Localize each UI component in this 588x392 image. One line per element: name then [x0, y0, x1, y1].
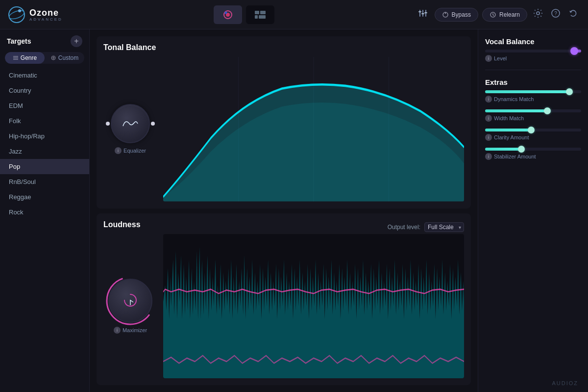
output-level-select-wrap: Full Scale -14 LUFS -16 LUFS -23 LUFS: [424, 222, 464, 232]
top-center: [78, 5, 410, 24]
genre-list: Cinematic Country EDM Folk Hip-hop/Rap J…: [0, 68, 89, 386]
slider-width-match: i Width Match: [485, 109, 581, 122]
tonal-knob-area: i Equalizer: [103, 57, 157, 202]
extras-section: Extras i Dynamics Match: [485, 78, 581, 167]
app-subtitle: ADVANCED: [29, 17, 63, 22]
tonal-balance-panel: Tonal Balance i Equalizer: [97, 36, 471, 209]
maximizer-label: i Maximizer: [114, 327, 147, 334]
loudness-title: Loudness: [103, 220, 141, 229]
genre-item-rock[interactable]: Rock: [0, 205, 89, 220]
output-level-select[interactable]: Full Scale -14 LUFS -16 LUFS -23 LUFS: [424, 222, 464, 232]
width-info-icon[interactable]: i: [485, 115, 492, 122]
extras-title: Extras: [485, 78, 581, 86]
maximizer-info-icon[interactable]: i: [114, 327, 121, 334]
svg-point-2: [18, 9, 21, 12]
clarity-slider-wrap[interactable]: [485, 129, 581, 131]
svg-rect-8: [255, 15, 258, 19]
content-area: Tonal Balance i Equalizer: [90, 29, 478, 392]
bypass-label: Bypass: [452, 11, 471, 18]
dynamics-slider-wrap[interactable]: [485, 90, 581, 93]
settings-icon: [533, 8, 543, 18]
svg-point-19: [537, 12, 539, 15]
stabilizer-info-icon[interactable]: i: [485, 153, 492, 160]
svg-rect-15: [424, 12, 427, 13]
right-panel: Vocal Balance i Level Extras: [478, 29, 588, 392]
clarity-info-icon[interactable]: i: [485, 134, 492, 141]
genre-item-edm[interactable]: EDM: [0, 98, 89, 113]
tab-assistant[interactable]: [214, 5, 242, 24]
clarity-fill: [485, 129, 531, 131]
dynamics-track: [485, 90, 581, 93]
svg-rect-14: [421, 13, 424, 14]
genre-custom-tabs: Genre Custom: [5, 52, 84, 64]
loudness-body: i Maximizer: [103, 234, 464, 379]
output-level-area: Output level: Full Scale -14 LUFS -16 LU…: [388, 222, 464, 232]
tab-genre-label: Genre: [21, 54, 37, 61]
vb-level-label: i Level: [485, 55, 581, 62]
svg-point-1: [8, 8, 25, 20]
app-wrapper: Ozone ADVANCED: [0, 0, 588, 392]
svg-point-0: [9, 7, 24, 23]
loudness-chart: [163, 234, 464, 379]
tonal-balance-body: i Equalizer: [103, 57, 464, 202]
loudness-panel: Loudness Output level: Full Scale -14 LU…: [97, 213, 471, 386]
vocal-balance-section: Vocal Balance i Level: [485, 37, 581, 62]
tab-genre[interactable]: Genre: [5, 52, 45, 64]
stabilizer-fill: [485, 148, 521, 151]
genre-item-pop[interactable]: Pop: [0, 159, 89, 174]
settings-button[interactable]: [531, 6, 545, 23]
svg-text:?: ?: [554, 11, 557, 16]
dynamics-label: i Dynamics Match: [485, 96, 581, 103]
equalizer-label: i Equalizer: [115, 147, 146, 154]
tab-custom[interactable]: Custom: [45, 52, 84, 64]
vocal-balance-title: Vocal Balance: [485, 37, 581, 46]
footer-brand: AUDIOZ: [552, 378, 578, 387]
sidebar: Targets + Genre: [0, 29, 90, 392]
vb-info-icon[interactable]: i: [485, 55, 492, 62]
relearn-label: Relearn: [499, 11, 520, 18]
genre-item-rnbsoul[interactable]: RnB/Soul: [0, 174, 89, 189]
slider-stabilizer-amount: i Stabilizer Amount: [485, 148, 581, 160]
output-level-label: Output level:: [388, 224, 420, 231]
tab-custom-label: Custom: [58, 54, 78, 61]
clarity-label: i Clarity Amount: [485, 134, 581, 141]
undo-icon: [568, 8, 578, 18]
svg-point-31: [107, 277, 154, 324]
dynamics-thumb: [566, 88, 573, 95]
relearn-button[interactable]: Relearn: [482, 8, 527, 22]
logo-text-group: Ozone ADVANCED: [29, 8, 63, 22]
genre-icon: [13, 55, 19, 61]
targets-header: Targets +: [0, 35, 89, 52]
bypass-button[interactable]: Bypass: [435, 8, 478, 22]
knob-dot-left: [106, 122, 110, 126]
top-bar: Ozone ADVANCED: [0, 0, 588, 29]
stabilizer-slider-wrap[interactable]: [485, 148, 581, 151]
svg-point-5: [225, 11, 227, 14]
relearn-icon: [490, 11, 496, 18]
maximizer-arc: [104, 275, 156, 327]
width-track: [485, 109, 581, 112]
undo-button[interactable]: [566, 6, 580, 23]
genre-item-folk[interactable]: Folk: [0, 113, 89, 129]
svg-rect-6: [255, 11, 259, 14]
knob-dot-right: [151, 122, 155, 126]
genre-item-country[interactable]: Country: [0, 83, 89, 98]
equalizer-info-icon[interactable]: i: [115, 147, 122, 154]
eq-icon-btn[interactable]: [416, 6, 431, 23]
add-target-button[interactable]: +: [71, 35, 82, 47]
genre-item-cinematic[interactable]: Cinematic: [0, 68, 89, 83]
genre-item-jazz[interactable]: Jazz: [0, 144, 89, 159]
vb-slider-track: [485, 50, 581, 52]
tonal-balance-chart: Low Low-Mid High-Mid High: [163, 57, 464, 202]
tab-modules[interactable]: [246, 5, 274, 24]
genre-item-reggae[interactable]: Reggae: [0, 189, 89, 205]
equalizer-knob[interactable]: [111, 104, 150, 143]
ozone-logo-icon: [8, 6, 25, 24]
svg-rect-10: [419, 10, 420, 17]
dynamics-info-icon[interactable]: i: [485, 96, 492, 103]
help-button[interactable]: ?: [549, 6, 563, 23]
width-slider-wrap[interactable]: [485, 109, 581, 112]
vb-slider-wrap[interactable]: [485, 50, 581, 52]
genre-item-hiphop[interactable]: Hip-hop/Rap: [0, 129, 89, 144]
vb-thumb: [570, 47, 578, 55]
